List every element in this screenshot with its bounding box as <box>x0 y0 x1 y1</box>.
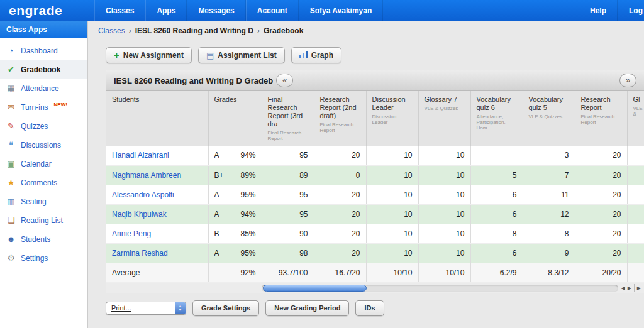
column-header-final-research-report-3rd-dra[interactable]: Final Research Report (3rd draFinal Rese… <box>262 91 314 146</box>
score-cell[interactable] <box>470 146 523 165</box>
grade-cell[interactable]: A95% <box>208 243 262 263</box>
grade-cell[interactable]: A94% <box>208 204 262 224</box>
score-cell[interactable]: 95 <box>262 204 314 224</box>
new-assignment-button[interactable]: + New Assignment <box>106 47 192 63</box>
score-cell[interactable]: 5 <box>470 165 523 185</box>
sidebar-item-quizzes[interactable]: ✎Quizzes <box>0 117 87 136</box>
scrollbar-track[interactable] <box>262 285 618 292</box>
sidebar-item-settings[interactable]: ⚙Settings <box>0 249 87 268</box>
score-cell[interactable]: 10 <box>418 165 470 185</box>
topbar-link-messages[interactable]: Messages <box>187 0 245 21</box>
score-cell[interactable]: 6 <box>470 185 523 204</box>
sidebar-item-attendance[interactable]: ▦Attendance <box>0 79 87 98</box>
print-select[interactable]: Print... ▲▼ <box>106 302 186 315</box>
score-cell[interactable]: 10 <box>366 185 418 204</box>
scroll-right-arrow-icon[interactable]: ▶ <box>628 285 631 291</box>
score-cell[interactable] <box>627 224 644 243</box>
score-cell[interactable]: 20 <box>314 224 366 243</box>
sidebar-item-students[interactable]: ☻Students <box>0 230 87 249</box>
scroll-right-arrow2-icon[interactable]: ▶ <box>637 285 641 291</box>
score-cell[interactable]: 90 <box>262 224 314 243</box>
graph-button[interactable]: Graph <box>291 47 341 63</box>
sidebar-item-seating[interactable]: ▥Seating <box>0 192 87 211</box>
student-name-link[interactable]: Zarmina Reshad <box>106 243 208 263</box>
column-header-discussion-leader[interactable]: Discussion LeaderDiscussion Leader <box>366 91 418 146</box>
score-cell[interactable]: 11 <box>523 185 575 204</box>
score-cell[interactable]: 7 <box>523 165 575 185</box>
score-cell[interactable]: 20 <box>575 185 627 204</box>
topbar-link-classes[interactable]: Classes <box>94 0 145 21</box>
topbar-link-account[interactable]: Account <box>246 0 299 21</box>
grade-settings-button[interactable]: Grade Settings <box>192 300 259 316</box>
score-cell[interactable]: 20 <box>575 224 627 243</box>
column-header-research-report[interactable]: Research ReportFinal Research Report <box>575 91 627 146</box>
score-cell[interactable]: 6 <box>470 204 523 224</box>
column-header-vocabulary-quiz-5[interactable]: Vocabulary quiz 5VLE & Quizzes <box>523 91 575 146</box>
assignment-list-button[interactable]: ▤ Assignment List <box>198 47 285 63</box>
student-name-link[interactable]: Naqib Khpulwak <box>106 204 208 224</box>
score-cell[interactable] <box>627 165 644 185</box>
sidebar-item-gradebook[interactable]: ✔Gradebook <box>0 60 87 79</box>
score-cell[interactable]: 95 <box>262 146 314 165</box>
student-name-link[interactable]: Naghmana Ambreen <box>106 165 208 185</box>
score-cell[interactable]: 6 <box>470 243 523 263</box>
breadcrumb-item-classes[interactable]: Classes <box>98 26 125 35</box>
sidebar-item-dashboard[interactable]: ◔Dashboard <box>0 41 87 60</box>
student-name-link[interactable]: Annie Peng <box>106 224 208 243</box>
score-cell[interactable] <box>627 243 644 263</box>
score-cell[interactable]: 10 <box>418 185 470 204</box>
score-cell[interactable]: 95 <box>262 185 314 204</box>
topbar-link-apps[interactable]: Apps <box>145 0 187 21</box>
student-name-link[interactable]: Alessandro Aspolti <box>106 185 208 204</box>
score-cell[interactable]: 89 <box>262 165 314 185</box>
score-cell[interactable]: 20 <box>314 204 366 224</box>
topbar-link-sofya-avakimyan[interactable]: Sofya Avakimyan <box>299 0 384 21</box>
score-cell[interactable]: 8 <box>523 224 575 243</box>
student-name-link[interactable]: Hanadi Alzahrani <box>106 146 208 165</box>
score-cell[interactable]: 10 <box>418 204 470 224</box>
horizontal-scrollbar[interactable]: ◀ ▶ ▶ <box>106 283 644 293</box>
score-cell[interactable]: 20 <box>575 146 627 165</box>
sidebar-item-discussions[interactable]: ❝Discussions <box>0 136 87 155</box>
topbar-link-help[interactable]: Help <box>579 0 618 21</box>
score-cell[interactable]: 3 <box>523 146 575 165</box>
column-header-gl[interactable]: GlVLE & <box>627 91 644 146</box>
score-cell[interactable]: 9 <box>523 243 575 263</box>
score-cell[interactable]: 0 <box>314 165 366 185</box>
scroll-left-arrow-icon[interactable]: ◀ <box>621 285 625 291</box>
engrade-logo[interactable]: engrade <box>0 0 94 21</box>
grade-cell[interactable]: A94% <box>208 146 262 165</box>
score-cell[interactable]: 20 <box>314 146 366 165</box>
grade-cell[interactable]: B85% <box>208 224 262 243</box>
next-columns-button[interactable]: » <box>619 74 636 87</box>
new-grading-period-button[interactable]: New Grading Period <box>265 300 349 316</box>
sidebar-item-calendar[interactable]: ▣Calendar <box>0 155 87 173</box>
score-cell[interactable]: 20 <box>314 243 366 263</box>
scrollbar-thumb[interactable] <box>263 285 367 292</box>
column-header-vocabulary-quiz-6[interactable]: Vocabulary quiz 6Attendance, Participati… <box>470 91 523 146</box>
score-cell[interactable]: 20 <box>575 243 627 263</box>
score-cell[interactable]: 20 <box>575 165 627 185</box>
score-cell[interactable]: 20 <box>575 204 627 224</box>
prev-columns-button[interactable]: « <box>276 74 293 87</box>
score-cell[interactable]: 10 <box>366 204 418 224</box>
score-cell[interactable]: 10 <box>418 224 470 243</box>
sidebar-item-turn-ins[interactable]: ✉Turn-insNEW! <box>0 98 87 117</box>
score-cell[interactable] <box>627 146 644 165</box>
score-cell[interactable]: 20 <box>314 185 366 204</box>
score-cell[interactable]: 98 <box>262 243 314 263</box>
score-cell[interactable]: 10 <box>366 224 418 243</box>
score-cell[interactable]: 10 <box>418 243 470 263</box>
score-cell[interactable]: 10 <box>366 146 418 165</box>
ids-button[interactable]: IDs <box>355 300 384 316</box>
sidebar-item-comments[interactable]: ★Comments <box>0 173 87 192</box>
topbar-link-log[interactable]: Log <box>618 0 644 21</box>
column-header-research-report-2nd-draft[interactable]: Research Report (2nd draft)Final Researc… <box>314 91 366 146</box>
score-cell[interactable]: 10 <box>366 243 418 263</box>
score-cell[interactable]: 8 <box>470 224 523 243</box>
score-cell[interactable]: 12 <box>523 204 575 224</box>
score-cell[interactable] <box>627 185 644 204</box>
sidebar-item-reading-list[interactable]: ❏Reading List <box>0 211 87 230</box>
grade-cell[interactable]: B+89% <box>208 165 262 185</box>
score-cell[interactable]: 10 <box>418 146 470 165</box>
